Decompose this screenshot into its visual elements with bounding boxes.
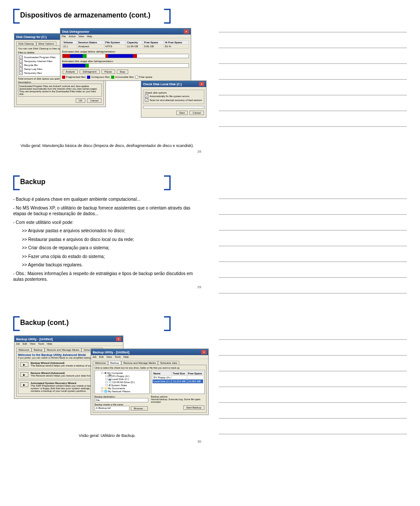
page-number: 28 [13, 150, 201, 154]
slide2-title: Backup [20, 178, 46, 185]
tab-welcome[interactable]: Welcome [93, 361, 108, 365]
defrag-volume-table: VolumeSession StatusFile SystemCapacityF… [62, 40, 189, 49]
backup-menubar[interactable]: JobEditViewToolsHelp [91, 355, 208, 359]
close-icon[interactable]: × [184, 29, 189, 34]
frag-bar-before [62, 54, 189, 58]
table-row: 3½ Floppy (A:) [152, 376, 203, 380]
start-button[interactable]: Start [176, 111, 188, 115]
media-input[interactable]: A:\Backup.bkf [94, 406, 130, 411]
slide1-screenshots: Disk Cleanup for (C:) × Disk CleanupMore… [13, 27, 201, 141]
slide1-caption: Visão geral: Manutenção básica de disco … [13, 143, 201, 148]
tab-restore[interactable]: Restore and Manage Media [121, 361, 158, 365]
wizard-icon[interactable]: ▶ [20, 372, 28, 377]
chk-scan-bad[interactable]: ✓Scan for and attempt recovery of bad se… [145, 98, 203, 102]
backup-menubar[interactable]: JobEditViewToolsHelp [14, 342, 123, 346]
defrag-titlebar: Disk Defragmenter × [60, 28, 191, 35]
progress-bar [143, 106, 204, 108]
tab-schedule[interactable]: Schedule Jobs [158, 361, 179, 365]
slide1-title: Dispositivos de armazenamento (cont.) [20, 11, 150, 19]
page-number: 30 [13, 440, 201, 443]
defrag-menubar[interactable]: FileActionViewHelp [60, 35, 191, 38]
table-row: Local Disk (C:)12,214 MB10,052 MB [152, 380, 203, 384]
desc-text: Downloaded Program Files are ActiveX con… [18, 84, 102, 97]
backup-file-list[interactable]: NameTotal SizeFree Space 3½ Floppy (A:) … [152, 371, 204, 384]
stop-button[interactable]: Stop [117, 70, 128, 74]
window-title: Backup Utility - [Untitled] [16, 338, 53, 341]
backup-tree[interactable]: ☐ 🖥 My Computer ☐ 💾 3½ Floppy (A:) ☐ 🖴 L… [94, 370, 150, 394]
table-row[interactable]: (C:)AnalyzedNTFS11.99 GB9.81 GB81 % [63, 45, 189, 49]
chkdsk-window: Check Disk Local Disk (C:) × Check disk … [141, 80, 206, 118]
close-icon[interactable]: × [201, 350, 206, 354]
defrag-window: Disk Defragmenter × FileActionViewHelp V… [60, 28, 191, 81]
tab-backup[interactable]: Backup [32, 348, 45, 352]
slide3-screenshots: Backup Utility - [Untitled]× JobEditView… [13, 335, 201, 431]
close-icon[interactable]: × [199, 82, 204, 86]
chk-opts-label: Check disk options [145, 91, 203, 94]
wizard-icon[interactable]: ▶ [20, 362, 28, 367]
slide2-body: - Backup é palavra chave em qualquer amb… [13, 196, 197, 283]
after-label: Estimated disk usage after defragmentati… [62, 60, 189, 63]
tab-disk-cleanup[interactable]: Disk Cleanup [16, 42, 36, 45]
tab-more-options[interactable]: More Options [36, 42, 56, 45]
frag-bar-after [62, 63, 189, 68]
defrag-legend: Fragmented files Contiguous files Unmova… [62, 76, 189, 79]
browse-button[interactable]: Browse... [131, 406, 148, 411]
dest-select[interactable]: File [94, 398, 148, 402]
window-title: Backup Utility - [Untitled] [93, 351, 130, 354]
notes-area [219, 316, 407, 443]
defrag-title: Disk Defragmenter [62, 30, 89, 33]
page-number: 29 [13, 285, 201, 289]
close-icon[interactable]: × [116, 337, 121, 341]
slide3-caption: Visão geral: Utilitário de Backup. [13, 433, 201, 438]
disk-cleanup-title: Disk Cleanup for (C:) [16, 35, 47, 38]
opt-text: Normal backup. Summary log. Some file ty… [151, 398, 205, 403]
start-backup-button[interactable]: Start Backup [183, 405, 204, 410]
backup-tab-window: Backup Utility - [Untitled]× JobEditView… [91, 349, 209, 415]
chkdsk-titlebar: Check Disk Local Disk (C:) × [141, 81, 206, 87]
chkdsk-title: Check Disk Local Disk (C:) [143, 83, 182, 86]
tab-backup[interactable]: Backup [108, 361, 121, 365]
pause-button[interactable]: Pause [102, 70, 115, 74]
cancel-button[interactable]: Cancel [87, 98, 102, 103]
tab-restore[interactable]: Restore and Manage Media [45, 348, 81, 352]
wizard-icon[interactable]: ▶ [20, 382, 28, 387]
notes-area [219, 175, 407, 294]
defragment-button[interactable]: Defragment [80, 70, 99, 74]
tab-welcome[interactable]: Welcome [16, 348, 32, 352]
ok-button[interactable]: OK [76, 98, 86, 103]
slide3-title: Backup (cont.) [20, 319, 69, 326]
backup-hint: Click to select the check box for any dr… [94, 366, 205, 369]
analyze-button[interactable]: Analyze [63, 70, 78, 74]
notes-area [219, 9, 407, 154]
chk-fix-errors[interactable]: ✓Automatically fix file system errors [145, 94, 203, 98]
cancel-button[interactable]: Cancel [189, 111, 204, 115]
before-label: Estimated disk usage before defragmentat… [62, 50, 189, 53]
